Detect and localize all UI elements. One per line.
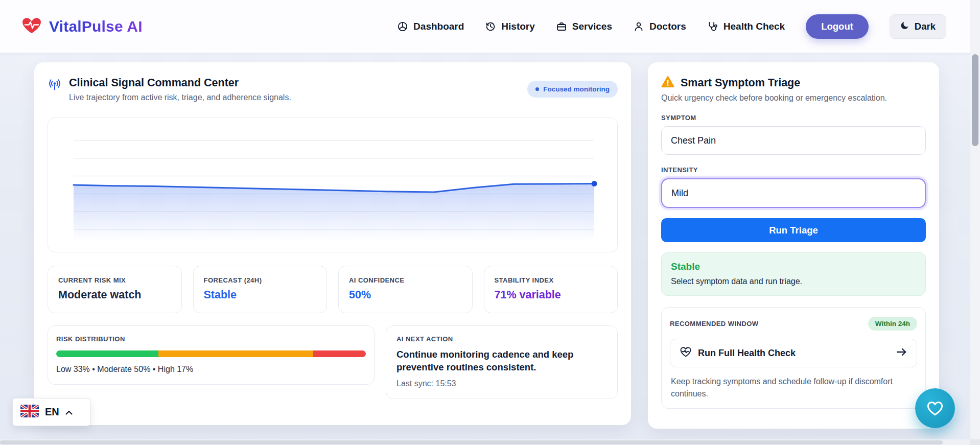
- recommended-window-panel: RECOMMENDED WINDOW Within 24h Run Full H…: [661, 307, 926, 409]
- stat-label: FORECAST (24H): [204, 276, 317, 284]
- risk-high-segment: [313, 350, 366, 357]
- services-icon: [556, 21, 567, 32]
- health-check-action-label: Run Full Health Check: [698, 348, 889, 359]
- symptom-value: Chest Pain: [671, 135, 716, 146]
- intensity-select[interactable]: Mild: [661, 178, 926, 208]
- symptom-label: SYMPTOM: [661, 114, 926, 122]
- recommended-window-label: RECOMMENDED WINDOW: [670, 320, 758, 327]
- nav-label: Doctors: [649, 21, 686, 32]
- triage-result-text: Select symptom data and run triage.: [671, 277, 916, 286]
- stat-label: STABILITY INDEX: [495, 276, 608, 284]
- nav-item-doctors[interactable]: Doctors: [633, 21, 686, 32]
- nav-item-health-check[interactable]: Health Check: [707, 21, 785, 32]
- risk-distribution-label: RISK DISTRIBUTION: [56, 335, 366, 343]
- risk-distribution-panel: RISK DISTRIBUTION Low 33% • Moderate 50%…: [48, 325, 375, 385]
- stat-stability-index: STABILITY INDEX 71% variable: [484, 266, 618, 313]
- nav-label: History: [501, 21, 534, 32]
- ai-next-action-text: Continue monitoring cadence and keep pre…: [396, 348, 607, 373]
- symptom-select[interactable]: Chest Pain: [661, 126, 926, 155]
- stat-value: Stable: [204, 289, 317, 301]
- risk-distribution-summary: Low 33% • Moderate 50% • High 17%: [56, 365, 366, 374]
- risk-distribution-bar: [56, 350, 366, 357]
- run-triage-button[interactable]: Run Triage: [661, 218, 926, 242]
- health-check-icon: [707, 21, 718, 32]
- signal-center-subtitle: Live trajectory from active risk, triage…: [69, 93, 291, 102]
- ai-next-action-label: AI NEXT ACTION: [396, 335, 607, 343]
- ai-next-action-panel: AI NEXT ACTION Continue monitoring caden…: [386, 325, 618, 399]
- triage-subtitle: Quick urgency check before booking or em…: [661, 93, 926, 103]
- nav-item-history[interactable]: History: [485, 21, 534, 32]
- dashboard-icon: [397, 21, 408, 32]
- broadcast-icon: [48, 78, 62, 102]
- arrow-right-icon: [895, 346, 907, 360]
- uk-flag-icon: [20, 405, 39, 419]
- triage-title: Smart Symptom Triage: [681, 77, 800, 89]
- stat-label: CURRENT RISK MIX: [58, 276, 171, 284]
- triage-result-panel: Stable Select symptom data and run triag…: [661, 252, 926, 296]
- nav-item-services[interactable]: Services: [556, 21, 612, 32]
- horizontal-scrollbar-thumb[interactable]: [0, 440, 943, 444]
- monitoring-badge-label: Focused monitoring: [543, 85, 610, 93]
- risk-low-segment: [56, 350, 158, 357]
- brand-heart-logo-icon: [20, 16, 43, 37]
- stat-ai-confidence: AI CONFIDENCE 50%: [338, 266, 473, 313]
- risk-moderate-segment: [158, 350, 313, 357]
- heart-icon: [925, 399, 945, 418]
- nav-label: Dashboard: [413, 21, 464, 32]
- health-fab-button[interactable]: [915, 388, 955, 428]
- heart-pulse-icon: [680, 346, 692, 360]
- horizontal-scrollbar[interactable]: [0, 439, 970, 445]
- stat-label: AI CONFIDENCE: [349, 276, 462, 284]
- status-dot-icon: [535, 87, 539, 91]
- signal-trend-chart: [48, 118, 618, 252]
- language-code: EN: [45, 406, 59, 418]
- run-full-health-check-button[interactable]: Run Full Health Check: [670, 339, 917, 367]
- stat-value: Moderate watch: [58, 289, 171, 301]
- triage-result-status: Stable: [671, 261, 916, 272]
- nav-item-dashboard[interactable]: Dashboard: [397, 21, 464, 32]
- signal-center-title: Clinical Signal Command Center: [69, 77, 291, 89]
- signal-center-card: Clinical Signal Command Center Live traj…: [34, 62, 631, 425]
- intensity-value: Mild: [671, 188, 688, 199]
- language-selector[interactable]: EN: [12, 398, 90, 426]
- stats-row: CURRENT RISK MIX Moderate watch FORECAST…: [48, 266, 618, 313]
- stat-current-risk-mix: CURRENT RISK MIX Moderate watch: [48, 266, 182, 313]
- chevron-up-icon: [65, 408, 73, 417]
- history-icon: [485, 21, 496, 32]
- warning-icon: [661, 76, 674, 90]
- brand[interactable]: VitalPulse AI: [20, 16, 143, 37]
- stat-value: 50%: [349, 289, 462, 301]
- navbar: VitalPulse AI Dashboard History: [0, 0, 970, 53]
- monitoring-status-badge: Focused monitoring: [527, 81, 618, 98]
- intensity-label: INTENSITY: [661, 166, 926, 174]
- moon-icon: [900, 20, 910, 33]
- stat-forecast-24h: FORECAST (24H) Stable: [193, 266, 328, 313]
- logout-button[interactable]: Logout: [806, 14, 869, 39]
- brand-name: VitalPulse AI: [49, 18, 143, 35]
- doctors-icon: [633, 21, 644, 32]
- vertical-scrollbar[interactable]: [970, 0, 980, 445]
- triage-card: Smart Symptom Triage Quick urgency check…: [648, 62, 939, 429]
- main-nav: Dashboard History Services: [397, 14, 946, 39]
- vertical-scrollbar-thumb[interactable]: [972, 54, 978, 146]
- theme-label: Dark: [915, 21, 936, 32]
- last-sync-text: Last sync: 15:53: [396, 379, 607, 388]
- nav-label: Services: [572, 21, 612, 32]
- window-badge: Within 24h: [868, 317, 917, 331]
- followup-text: Keep tracking symptoms and schedule foll…: [671, 376, 916, 400]
- scrollbar-corner: [970, 439, 980, 445]
- stat-value: 71% variable: [495, 289, 608, 301]
- nav-label: Health Check: [724, 21, 785, 32]
- theme-toggle-button[interactable]: Dark: [890, 14, 946, 39]
